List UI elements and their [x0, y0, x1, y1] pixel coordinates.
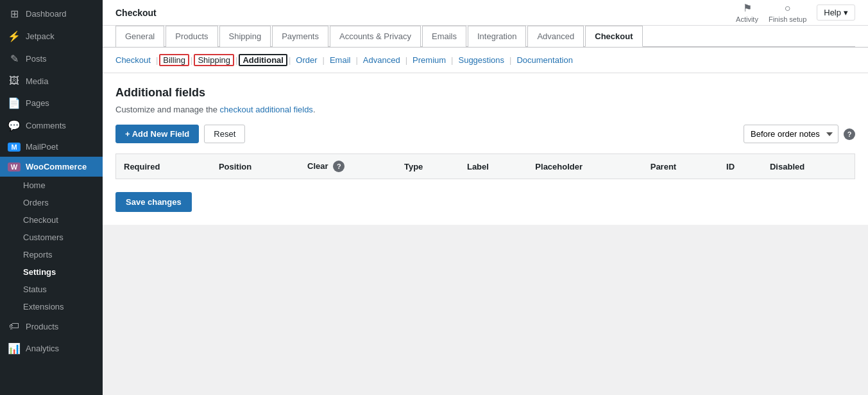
topbar: Checkout ⚑ Activity ○ Finish setup Help …	[103, 0, 868, 26]
add-new-field-button[interactable]: + Add New Field	[115, 125, 199, 143]
sidebar-item-customers[interactable]: Customers	[0, 229, 103, 246]
sidebar-item-analytics[interactable]: 📊 Analytics	[0, 337, 103, 360]
additional-fields-link[interactable]: checkout additional fields	[220, 105, 313, 114]
col-label: Label	[459, 154, 527, 179]
circle-icon: ○	[785, 3, 791, 14]
nav-tabs-wrapper: General Products Shipping Payments Accou…	[103, 26, 868, 48]
table-header: Required Position Clear ? Type Label Pla…	[116, 154, 855, 179]
sidebar-item-media[interactable]: 🖼 Media	[0, 70, 103, 92]
jetpack-icon: ⚡	[8, 30, 21, 42]
tab-accounts-privacy[interactable]: Accounts & Privacy	[330, 26, 421, 47]
col-clear: Clear ?	[300, 154, 396, 179]
section-title: Additional fields	[115, 86, 855, 100]
finish-setup-label: Finish setup	[769, 15, 806, 23]
sidebar-item-settings[interactable]: Settings	[0, 263, 103, 281]
col-position: Position	[211, 154, 300, 179]
sidebar-item-reports[interactable]: Reports	[0, 246, 103, 263]
help-button[interactable]: Help ▾	[817, 4, 855, 21]
sidebar-item-label: Media	[26, 76, 48, 86]
sidebar-top: ⊞ Dashboard ⚡ Jetpack ✎ Posts 🖼 Media 📄 …	[0, 0, 103, 362]
action-bar-right: Before order notes ?	[744, 125, 855, 143]
sidebar-item-comments[interactable]: 💬 Comments	[0, 114, 103, 137]
fields-table: Required Position Clear ? Type Label Pla…	[115, 154, 855, 179]
subnav-email[interactable]: Email	[326, 55, 355, 65]
col-disabled: Disabled	[762, 154, 855, 179]
subnav-suggestions[interactable]: Suggestions	[454, 55, 508, 65]
subnav-billing[interactable]: Billing	[159, 54, 189, 66]
sidebar-item-products[interactable]: 🏷 Products	[0, 315, 103, 337]
chevron-down-icon: ▾	[844, 8, 848, 17]
sidebar-item-orders[interactable]: Orders	[0, 194, 103, 211]
reset-button[interactable]: Reset	[204, 125, 245, 143]
mailpoet-icon: M	[8, 143, 21, 152]
comments-icon: 💬	[8, 119, 21, 132]
flag-icon: ⚑	[743, 2, 752, 14]
tab-general[interactable]: General	[115, 26, 164, 47]
tab-payments[interactable]: Payments	[272, 26, 328, 47]
sidebar-item-jetpack[interactable]: ⚡ Jetpack	[0, 25, 103, 48]
sidebar-item-label: Pages	[26, 98, 49, 108]
woocommerce-submenu: Home Orders Checkout Customers Reports S…	[0, 177, 103, 315]
subnav-advanced[interactable]: Advanced	[359, 55, 404, 65]
col-placeholder: Placeholder	[527, 154, 642, 179]
save-section: Save changes	[115, 192, 855, 212]
sidebar-item-label: Dashboard	[26, 9, 67, 19]
tab-integration[interactable]: Integration	[468, 26, 526, 47]
content-area: Additional fields Customize and manage t…	[103, 73, 868, 225]
sidebar-item-home[interactable]: Home	[0, 177, 103, 194]
sidebar-item-dashboard[interactable]: ⊞ Dashboard	[0, 3, 103, 25]
products-icon: 🏷	[8, 320, 21, 332]
sub-nav: Checkout | Billing | Shipping | Addition…	[103, 48, 868, 73]
subnav-checkout[interactable]: Checkout	[115, 55, 155, 65]
page-wrapper: General Products Shipping Payments Accou…	[103, 26, 868, 395]
col-type: Type	[396, 154, 459, 179]
action-bar: + Add New Field Reset Before order notes…	[115, 125, 855, 143]
sidebar-item-label: Posts	[26, 54, 47, 64]
sidebar-woocommerce-label: WooCommerce	[26, 162, 87, 171]
subnav-order[interactable]: Order	[292, 55, 321, 65]
sidebar-item-posts[interactable]: ✎ Posts	[0, 48, 103, 70]
tab-checkout[interactable]: Checkout	[585, 26, 642, 47]
subnav-additional[interactable]: Additional	[239, 54, 287, 66]
subnav-documentation[interactable]: Documentation	[513, 55, 576, 65]
woocommerce-icon: W	[8, 162, 21, 171]
sidebar: ⊞ Dashboard ⚡ Jetpack ✎ Posts 🖼 Media 📄 …	[0, 0, 103, 395]
media-icon: 🖼	[8, 75, 21, 87]
col-required: Required	[116, 154, 211, 179]
subnav-premium[interactable]: Premium	[409, 55, 450, 65]
section-description: Customize and manage the checkout additi…	[115, 105, 855, 114]
page-title: Checkout	[115, 8, 157, 18]
sidebar-item-woocommerce[interactable]: W WooCommerce	[0, 157, 103, 177]
position-dropdown[interactable]: Before order notes	[744, 125, 838, 143]
tab-advanced[interactable]: Advanced	[527, 26, 584, 47]
sidebar-item-label: Analytics	[26, 344, 59, 353]
sidebar-item-label: Products	[26, 322, 58, 331]
tab-emails[interactable]: Emails	[422, 26, 466, 47]
sidebar-item-status[interactable]: Status	[0, 281, 103, 298]
activity-button[interactable]: ⚑ Activity	[736, 2, 758, 23]
col-parent: Parent	[643, 154, 719, 179]
clear-help-icon[interactable]: ?	[333, 161, 345, 172]
sidebar-item-checkout[interactable]: Checkout	[0, 211, 103, 229]
main-content: Checkout ⚑ Activity ○ Finish setup Help …	[103, 0, 868, 395]
posts-icon: ✎	[8, 53, 21, 65]
nav-tabs: General Products Shipping Payments Accou…	[115, 26, 855, 47]
save-changes-button[interactable]: Save changes	[115, 192, 192, 212]
subnav-shipping[interactable]: Shipping	[194, 54, 234, 66]
analytics-icon: 📊	[8, 342, 21, 355]
col-id: ID	[719, 154, 762, 179]
tab-shipping[interactable]: Shipping	[219, 26, 271, 47]
sidebar-item-label: Comments	[26, 121, 66, 130]
sidebar-item-mailpoet[interactable]: M MailPoet	[0, 137, 103, 157]
tab-products[interactable]: Products	[166, 26, 217, 47]
dashboard-icon: ⊞	[8, 8, 21, 20]
activity-label: Activity	[736, 15, 758, 23]
finish-setup-button[interactable]: ○ Finish setup	[769, 3, 806, 23]
sidebar-item-extensions[interactable]: Extensions	[0, 298, 103, 315]
sidebar-item-label: Jetpack	[26, 31, 55, 41]
topbar-actions: ⚑ Activity ○ Finish setup Help ▾	[736, 2, 855, 23]
sidebar-item-pages[interactable]: 📄 Pages	[0, 92, 103, 114]
help-tooltip-icon[interactable]: ?	[844, 128, 855, 140]
pages-icon: 📄	[8, 97, 21, 109]
inner-content: General Products Shipping Payments Accou…	[103, 26, 868, 225]
